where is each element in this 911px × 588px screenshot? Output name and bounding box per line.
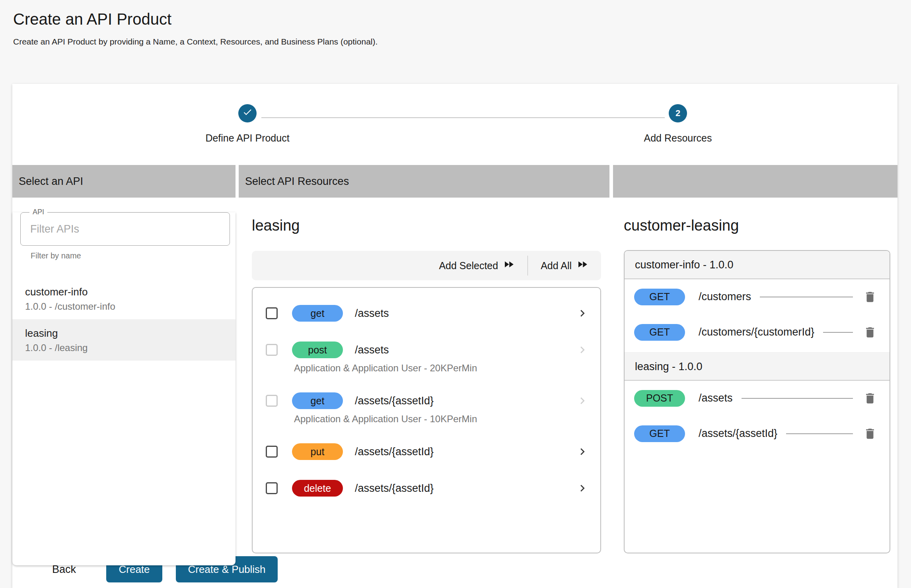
add-all-label: Add All	[541, 260, 572, 272]
rule-line	[760, 297, 853, 297]
api-list: customer-info 1.0.0 - /customer-info lea…	[12, 278, 236, 361]
api-item-name: leasing	[25, 327, 229, 339]
page-header: Create an API Product Create an API Prod…	[0, 0, 911, 47]
resource-path: /assets/{assetId}	[355, 395, 434, 407]
page-subtitle: Create an API Product by providing a Nam…	[13, 37, 911, 47]
step-2-active-circle: 2	[669, 104, 687, 122]
fast-forward-icon	[576, 258, 588, 273]
column-headers: Select an API Select API Resources	[12, 165, 897, 198]
select-resources-column: leasing Add Selected Add All	[236, 198, 610, 551]
resource-path: /assets/{assetId}	[355, 482, 434, 495]
resource-checkbox[interactable]	[266, 446, 278, 458]
rule-line	[742, 398, 853, 399]
stepper-connector	[261, 117, 665, 118]
resource-row: delete /assets/{assetId}	[253, 479, 600, 498]
trash-icon	[863, 326, 877, 339]
delete-resource-button[interactable]	[863, 392, 877, 405]
step-1-label: Define API Product	[205, 132, 289, 144]
product-title: customer-leasing	[624, 215, 897, 236]
resource-path: /assets/{assetId}	[355, 446, 434, 458]
product-resource-row: GET /assets/{assetId}	[625, 416, 890, 451]
api-item-detail: 1.0.0 - /customer-info	[25, 301, 229, 312]
method-chip-get: get	[292, 305, 343, 322]
api-filter: API Filter by name	[20, 212, 230, 260]
wizard-card: 2 Define API Product Add Resources Selec…	[12, 84, 897, 588]
api-list-item-leasing[interactable]: leasing 1.0.0 - /leasing	[12, 319, 236, 361]
product-resource-path: /assets	[699, 392, 733, 404]
delete-resource-button[interactable]	[863, 326, 877, 339]
delete-resource-button[interactable]	[863, 290, 877, 304]
chevron-right-icon[interactable]	[576, 481, 589, 495]
method-chip-get: GET	[634, 289, 685, 305]
product-resource-path: /assets/{assetId}	[699, 427, 777, 440]
product-group-heading: leasing - 1.0.0	[625, 352, 890, 380]
resource-checkbox-disabled	[266, 395, 278, 407]
step-2-number: 2	[675, 108, 680, 118]
api-filter-field: API	[20, 212, 230, 246]
method-chip-get: GET	[634, 425, 685, 442]
method-chip-delete: delete	[292, 480, 343, 497]
add-selected-button[interactable]: Add Selected	[436, 254, 517, 277]
left-column-header: Select an API	[12, 165, 236, 198]
resource-throttling-policy: Application & Application User - 20KPerM…	[294, 363, 600, 374]
rule-line	[823, 332, 853, 333]
resource-throttling-policy: Application & Application User - 10KPerM…	[294, 413, 600, 425]
api-filter-label: API	[29, 208, 47, 216]
selected-api-title: leasing	[252, 215, 610, 236]
resource-checkbox[interactable]	[266, 482, 278, 494]
resource-row: get /assets	[253, 304, 600, 323]
method-chip-get: GET	[634, 324, 685, 341]
product-column: customer-leasing customer-info - 1.0.0 G…	[610, 198, 897, 551]
resource-checkbox[interactable]	[266, 307, 278, 319]
fast-forward-icon	[503, 258, 515, 273]
add-all-button[interactable]: Add All	[538, 254, 591, 277]
api-item-name: customer-info	[25, 286, 229, 298]
chevron-right-icon[interactable]	[576, 445, 589, 458]
product-group-heading: customer-info - 1.0.0	[625, 251, 890, 279]
product-resource-row: GET /customers	[625, 279, 890, 314]
resource-row: get /assets/{assetId} Application & Appl…	[253, 391, 600, 425]
trash-icon	[863, 427, 877, 441]
add-selected-label: Add Selected	[439, 260, 498, 272]
step-2-label: Add Resources	[644, 132, 712, 144]
step-1-completed-circle	[238, 104, 257, 122]
method-chip-post: post	[292, 342, 343, 358]
check-icon	[242, 107, 253, 120]
product-resource-path: /customers	[699, 291, 751, 303]
product-resource-row: POST /assets	[625, 380, 890, 416]
chevron-right-icon	[576, 394, 589, 408]
delete-resource-button[interactable]	[863, 427, 877, 441]
api-list-panel: API Filter by name customer-info 1.0.0 -…	[12, 212, 236, 565]
chevron-right-icon	[576, 343, 589, 357]
resource-path: /assets	[355, 344, 389, 356]
resource-row: post /assets Application & Application U…	[253, 340, 600, 374]
right-column-header	[613, 165, 897, 198]
trash-icon	[863, 392, 877, 405]
resources-toolbar: Add Selected Add All	[252, 251, 601, 280]
resource-checkbox-disabled	[266, 344, 278, 356]
method-chip-post: POST	[634, 390, 685, 407]
resource-path: /assets	[355, 307, 389, 320]
method-chip-get: get	[292, 392, 343, 409]
stepper: 2 Define API Product Add Resources	[12, 84, 897, 165]
page-title: Create an API Product	[13, 10, 911, 28]
product-resources-card: customer-info - 1.0.0 GET /customers	[624, 250, 890, 553]
select-api-column: API Filter by name customer-info 1.0.0 -…	[12, 198, 236, 551]
toolbar-divider	[528, 256, 528, 276]
api-item-detail: 1.0.0 - /leasing	[25, 342, 229, 353]
api-filter-helper: Filter by name	[31, 251, 230, 260]
chevron-right-icon[interactable]	[576, 307, 589, 320]
wizard-content: API Filter by name customer-info 1.0.0 -…	[12, 198, 897, 551]
api-list-item-customer-info[interactable]: customer-info 1.0.0 - /customer-info	[12, 278, 236, 319]
api-filter-input[interactable]	[21, 213, 230, 245]
rule-line	[786, 433, 853, 434]
trash-icon	[863, 290, 877, 304]
product-group-rows: GET /customers GET /customers/{customerI…	[625, 279, 890, 352]
resource-list-card: get /assets post /assets	[252, 287, 601, 553]
product-resource-row: GET /customers/{customerId}	[625, 314, 890, 350]
middle-column-header: Select API Resources	[239, 165, 609, 198]
product-resource-path: /customers/{customerId}	[699, 326, 814, 338]
method-chip-put: put	[292, 443, 343, 460]
resource-row: put /assets/{assetId}	[253, 442, 600, 461]
product-group-rows: POST /assets GET /assets/{assetId}	[625, 380, 890, 454]
